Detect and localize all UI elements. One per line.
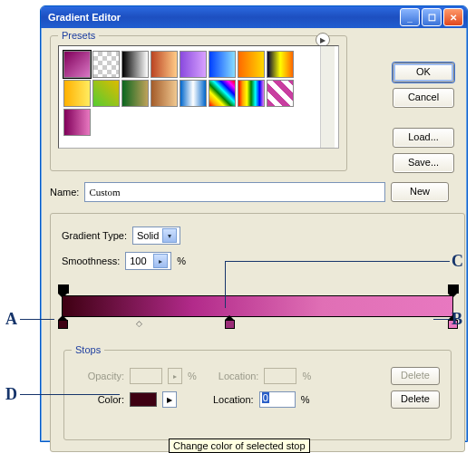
titlebar[interactable]: Gradient Editor _ ☐ ✕ (41, 6, 467, 28)
gradient-settings-group: Gradient Type: Solid ▾ Smoothness: 100 ▸… (50, 213, 465, 452)
opacity-arrow-icon: ▸ (168, 368, 182, 384)
annotation-d: D (5, 385, 17, 404)
preset-swatch[interactable] (267, 80, 294, 107)
color-location-label: Location: (213, 394, 254, 405)
preset-swatch[interactable] (238, 51, 265, 78)
window-title: Gradient Editor (48, 12, 398, 23)
tooltip: Change color of selected stop (169, 439, 310, 453)
gradient-bar[interactable] (62, 295, 453, 317)
color-arrow-icon[interactable]: ▶ (162, 391, 177, 408)
color-label: Color: (81, 394, 124, 405)
name-input[interactable] (84, 182, 385, 202)
name-label: Name: (50, 187, 79, 198)
preset-swatch[interactable] (63, 109, 91, 136)
opacity-delete-button: Delete (391, 367, 440, 385)
preset-swatches (59, 46, 320, 148)
color-location-input[interactable]: 0 (259, 391, 296, 408)
preset-swatch[interactable] (63, 51, 91, 78)
opacity-stop-left[interactable] (58, 284, 67, 295)
annotation-a-line (20, 319, 54, 320)
cancel-button[interactable]: Cancel (393, 88, 454, 108)
opacity-location-unit: % (302, 371, 311, 381)
presets-area (58, 45, 339, 149)
annotation-b: B (452, 310, 462, 329)
preset-swatch[interactable] (180, 80, 207, 107)
smoothness-value: 100 (130, 255, 150, 266)
midpoint-marker[interactable]: ◇ (136, 319, 142, 328)
save-button[interactable]: Save... (393, 153, 454, 173)
maximize-button[interactable]: ☐ (422, 8, 442, 26)
color-stop-a[interactable] (58, 315, 67, 328)
annotation-c-line (225, 261, 450, 262)
annotation-d-line (20, 394, 120, 395)
opacity-input (130, 368, 162, 384)
stops-legend: Stops (72, 344, 104, 355)
ok-button[interactable]: OK (393, 63, 454, 82)
smoothness-input[interactable]: 100 ▸ (125, 252, 171, 270)
preset-swatch[interactable] (121, 51, 149, 78)
gradient-type-dropdown[interactable]: Solid ▾ (132, 226, 180, 245)
preset-swatch[interactable] (121, 80, 149, 107)
new-button[interactable]: New (391, 182, 449, 202)
color-delete-button[interactable]: Delete (391, 390, 440, 409)
close-button[interactable]: ✕ (443, 8, 463, 26)
preset-swatch[interactable] (92, 51, 120, 78)
stops-group: Stops Opacity: ▸ % Location: % Delete Co… (63, 350, 452, 440)
opacity-stop-right[interactable] (448, 284, 457, 295)
preset-swatch[interactable] (180, 51, 207, 78)
smoothness-unit: % (177, 255, 186, 266)
presets-group: Presets ▶ (50, 35, 347, 171)
preset-swatch[interactable] (92, 80, 120, 107)
preset-swatch[interactable] (151, 51, 178, 78)
minimize-button[interactable]: _ (400, 8, 420, 26)
opacity-label: Opacity: (81, 371, 124, 381)
gradient-ramp[interactable]: ◇ (62, 286, 453, 332)
preset-swatch[interactable] (151, 80, 178, 107)
action-buttons: OK Cancel Load... Save... (393, 63, 454, 173)
color-location-unit: % (301, 394, 310, 405)
annotation-c: C (452, 252, 463, 271)
load-button[interactable]: Load... (393, 128, 454, 148)
annotation-c-vline (225, 261, 226, 308)
color-stop-c[interactable] (225, 315, 234, 328)
gradient-type-value: Solid (137, 230, 159, 241)
chevron-down-icon: ▾ (162, 228, 177, 243)
arrow-right-icon: ▸ (153, 254, 168, 268)
preset-swatch[interactable] (209, 51, 236, 78)
content-area: OK Cancel Load... Save... Presets ▶ Name… (41, 28, 467, 453)
opacity-location-input (264, 368, 296, 384)
preset-swatch[interactable] (209, 80, 236, 107)
name-row: Name: New (50, 182, 449, 202)
preset-swatch[interactable] (267, 51, 294, 78)
gradient-type-label: Gradient Type: (62, 230, 127, 241)
opacity-location-label: Location: (219, 371, 259, 381)
gradient-editor-window: Gradient Editor _ ☐ ✕ OK Cancel Load... … (40, 5, 468, 442)
annotation-a: A (5, 310, 17, 329)
presets-legend: Presets (58, 30, 99, 41)
preset-swatch[interactable] (63, 80, 91, 107)
presets-scrollbar[interactable] (320, 46, 335, 148)
annotation-b-line (433, 319, 450, 320)
color-swatch[interactable] (130, 392, 157, 407)
opacity-unit: % (188, 371, 197, 381)
smoothness-label: Smoothness: (62, 255, 120, 266)
preset-swatch[interactable] (238, 80, 265, 107)
